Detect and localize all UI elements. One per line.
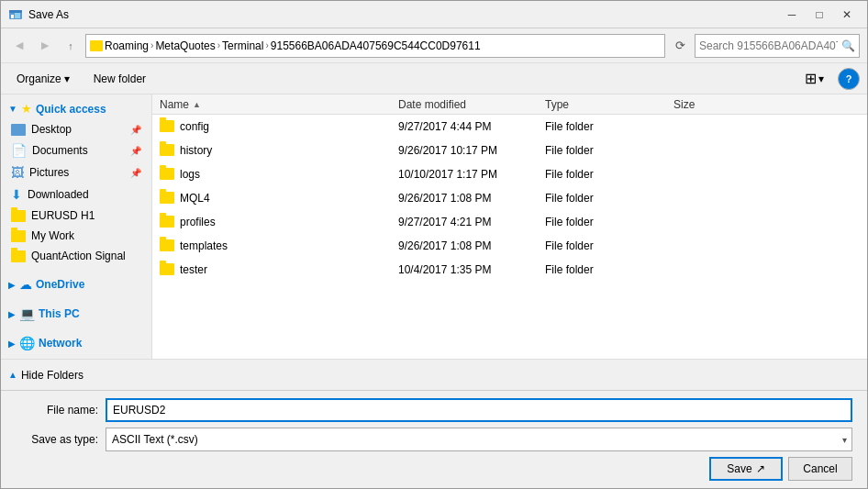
form-buttons: Save ↗ Cancel	[16, 457, 852, 481]
file-type-6: File folder	[545, 263, 673, 276]
file-date-6: 10/4/2017 1:35 PM	[398, 263, 545, 276]
breadcrumb-metaquotes[interactable]: MetaQuotes	[155, 39, 215, 52]
svg-rect-3	[15, 13, 20, 18]
titlebar-title: Save As	[28, 8, 779, 21]
content-area: ▼ ★ Quick access Desktop 📌 📄 Documents 📌…	[1, 94, 867, 359]
documents-icon: 📄	[11, 143, 27, 158]
maximize-button[interactable]: □	[807, 6, 832, 24]
breadcrumb: Roaming › MetaQuotes › Terminal › 915566…	[105, 39, 661, 52]
column-type[interactable]: Type	[545, 98, 673, 111]
hide-folders-button[interactable]: ▲ Hide Folders	[8, 369, 83, 382]
breadcrumb-roaming[interactable]: Roaming	[105, 39, 149, 52]
folder-icon-5	[160, 239, 174, 251]
file-rows-container: config 9/27/2017 4:44 PM File folder his…	[152, 115, 867, 282]
eurusd-folder-icon	[11, 210, 26, 222]
downloaded-icon: ⬇	[11, 187, 22, 202]
file-name-1: history	[180, 144, 212, 157]
breadcrumb-terminal[interactable]: Terminal	[222, 39, 263, 52]
sort-icon: ▲	[193, 100, 201, 109]
titlebar-controls: ─ □ ✕	[779, 6, 860, 24]
search-box: 🔍	[695, 34, 860, 58]
file-type-4: File folder	[545, 216, 673, 228]
actionbar: Organize ▾ New folder ⊞ ▾ ?	[1, 63, 867, 94]
filelist: Name ▲ Date modified Type Size config	[152, 94, 867, 359]
sidebar-desktop-label: Desktop	[31, 123, 72, 136]
table-row[interactable]: tester 10/4/2017 1:35 PM File folder	[152, 258, 867, 282]
folder-icon-4	[160, 216, 174, 228]
organize-arrow-icon: ▾	[64, 72, 70, 85]
folder-icon-6	[160, 263, 174, 275]
sidebar-item-downloaded[interactable]: ⬇ Downloaded	[3, 183, 150, 206]
close-button[interactable]: ✕	[834, 6, 860, 24]
column-size[interactable]: Size	[673, 98, 747, 111]
file-name-3: MQL4	[180, 192, 210, 205]
organize-button[interactable]: Organize ▾	[8, 69, 78, 89]
file-name-6: tester	[180, 263, 207, 276]
thispc-chevron: ▶	[8, 309, 16, 319]
bottombar: ▲ Hide Folders	[1, 359, 867, 390]
save-button[interactable]: Save ↗	[709, 457, 783, 481]
sidebar-item-quantaction[interactable]: QuantAction Signal	[3, 246, 150, 266]
table-row[interactable]: logs 10/10/2017 1:17 PM File folder	[152, 162, 867, 186]
sidebar-eurusd-label: EURUSD H1	[31, 209, 95, 222]
pin-icon-docs: 📌	[130, 146, 141, 156]
address-bar[interactable]: Roaming › MetaQuotes › Terminal › 915566…	[85, 34, 665, 58]
breadcrumb-id[interactable]: 915566BA06ADA407569C544CC0D97611	[271, 39, 481, 52]
titlebar: Save As ─ □ ✕	[1, 1, 867, 28]
view-grid-icon: ⊞	[805, 70, 817, 87]
sidebar-item-desktop[interactable]: Desktop 📌	[3, 119, 150, 139]
forward-button[interactable]: ▶	[34, 35, 56, 57]
network-icon: 🌐	[19, 336, 35, 350]
file-date-5: 9/26/2017 1:08 PM	[398, 239, 545, 252]
up-button[interactable]: ↑	[60, 35, 82, 57]
sidebar-quick-access-header[interactable]: ▼ ★ Quick access	[1, 98, 151, 119]
back-button[interactable]: ◀	[8, 35, 30, 57]
help-button[interactable]: ?	[838, 68, 860, 90]
sidebar-item-mywork[interactable]: My Work	[3, 226, 150, 246]
filename-row: File name:	[16, 398, 852, 422]
savetype-row: Save as type: ASCII Text (*.csv) ▾	[16, 428, 852, 451]
savetype-select[interactable]: ASCII Text (*.csv)	[106, 428, 852, 451]
sidebar-mywork-label: My Work	[31, 229, 74, 242]
search-input[interactable]	[699, 39, 838, 52]
refresh-button[interactable]: ⟳	[669, 35, 691, 57]
folder-icon-2	[160, 168, 174, 180]
sidebar-item-eurusd[interactable]: EURUSD H1	[3, 206, 150, 226]
toolbar: ◀ ▶ ↑ Roaming › MetaQuotes › Terminal › …	[1, 28, 867, 63]
sidebar-quick-access-chevron: ▼	[8, 104, 17, 114]
table-row[interactable]: config 9/27/2017 4:44 PM File folder	[152, 115, 867, 139]
chevron-up-icon: ▲	[8, 370, 17, 380]
star-icon: ★	[21, 102, 32, 116]
sidebar-thispc[interactable]: ▶ 💻 This PC	[1, 303, 151, 325]
file-type-0: File folder	[545, 120, 673, 133]
view-button[interactable]: ⊞ ▾	[798, 66, 830, 91]
sidebar-network[interactable]: ▶ 🌐 Network	[1, 332, 151, 354]
file-date-3: 9/26/2017 1:08 PM	[398, 192, 545, 205]
form-area: File name: Save as type: ASCII Text (*.c…	[1, 390, 867, 488]
column-date[interactable]: Date modified	[398, 98, 545, 111]
folder-icon-3	[160, 192, 174, 204]
table-row[interactable]: templates 9/26/2017 1:08 PM File folder	[152, 234, 867, 258]
file-type-3: File folder	[545, 192, 673, 205]
address-folder-icon	[90, 40, 103, 51]
filelist-header: Name ▲ Date modified Type Size	[152, 94, 867, 115]
filename-label: File name:	[16, 404, 98, 417]
sidebar-onedrive[interactable]: ▶ ☁ OneDrive	[1, 273, 151, 295]
sidebar-pictures-label: Pictures	[29, 166, 69, 179]
search-icon[interactable]: 🔍	[841, 39, 855, 52]
column-name[interactable]: Name ▲	[160, 98, 398, 111]
sidebar-item-documents[interactable]: 📄 Documents 📌	[3, 139, 150, 161]
table-row[interactable]: history 9/26/2017 10:17 PM File folder	[152, 139, 867, 162]
table-row[interactable]: MQL4 9/26/2017 1:08 PM File folder	[152, 186, 867, 210]
pin-icon: 📌	[130, 125, 141, 135]
new-folder-button[interactable]: New folder	[85, 69, 154, 89]
sidebar-downloaded-label: Downloaded	[28, 188, 89, 201]
pin-icon-pics: 📌	[130, 168, 141, 178]
file-date-0: 9/27/2017 4:44 PM	[398, 120, 545, 133]
sidebar-item-pictures[interactable]: 🖼 Pictures 📌	[3, 161, 150, 183]
cancel-button[interactable]: Cancel	[788, 457, 852, 481]
file-date-2: 10/10/2017 1:17 PM	[398, 168, 545, 181]
table-row[interactable]: profiles 9/27/2017 4:21 PM File folder	[152, 210, 867, 234]
minimize-button[interactable]: ─	[779, 6, 805, 24]
filename-input[interactable]	[106, 398, 852, 422]
